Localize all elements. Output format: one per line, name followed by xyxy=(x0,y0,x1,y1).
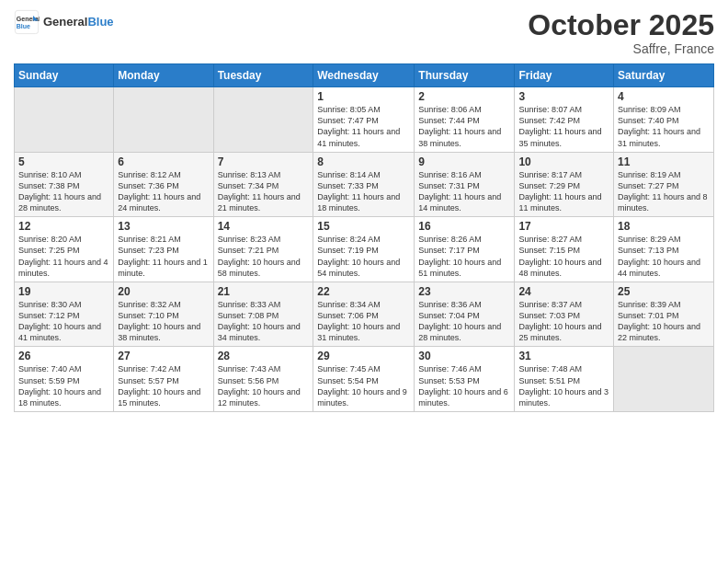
day-number: 15 xyxy=(317,220,410,233)
day-info: Sunrise: 8:33 AMSunset: 7:08 PMDaylight:… xyxy=(218,299,310,344)
day-number: 8 xyxy=(317,155,410,168)
table-cell: 5Sunrise: 8:10 AMSunset: 7:38 PMDaylight… xyxy=(15,152,114,217)
table-cell: 28Sunrise: 7:43 AMSunset: 5:56 PMDayligh… xyxy=(213,347,313,412)
table-cell: 16Sunrise: 8:26 AMSunset: 7:17 PMDayligh… xyxy=(415,217,515,282)
day-number: 27 xyxy=(118,350,209,362)
day-number: 26 xyxy=(18,350,109,362)
table-cell: 20Sunrise: 8:32 AMSunset: 7:10 PMDayligh… xyxy=(114,282,213,347)
day-info: Sunrise: 8:36 AMSunset: 7:04 PMDaylight:… xyxy=(418,299,510,344)
day-info: Sunrise: 8:39 AMSunset: 7:01 PMDaylight:… xyxy=(618,299,710,344)
day-info: Sunrise: 8:19 AMSunset: 7:27 PMDaylight:… xyxy=(618,169,710,214)
logo: General Blue GeneralBlue xyxy=(14,9,114,35)
day-number: 20 xyxy=(118,285,209,298)
day-info: Sunrise: 8:13 AMSunset: 7:34 PMDaylight:… xyxy=(218,169,310,214)
day-number: 6 xyxy=(118,155,209,168)
header-wednesday: Wednesday xyxy=(313,64,415,87)
table-cell: 31Sunrise: 7:48 AMSunset: 5:51 PMDayligh… xyxy=(515,347,614,412)
week-row-1: 1Sunrise: 8:05 AMSunset: 7:47 PMDaylight… xyxy=(15,87,714,153)
day-number: 11 xyxy=(618,155,710,168)
day-info: Sunrise: 8:29 AMSunset: 7:13 PMDaylight:… xyxy=(618,234,710,279)
table-cell: 8Sunrise: 8:14 AMSunset: 7:33 PMDaylight… xyxy=(313,152,415,217)
day-number: 10 xyxy=(518,155,609,168)
day-info: Sunrise: 8:21 AMSunset: 7:23 PMDaylight:… xyxy=(118,234,209,279)
table-cell: 11Sunrise: 8:19 AMSunset: 7:27 PMDayligh… xyxy=(614,152,714,217)
header-thursday: Thursday xyxy=(415,64,515,87)
day-number: 7 xyxy=(218,155,310,168)
day-info: Sunrise: 8:34 AMSunset: 7:06 PMDaylight:… xyxy=(317,299,410,344)
week-row-3: 12Sunrise: 8:20 AMSunset: 7:25 PMDayligh… xyxy=(15,217,714,282)
table-cell: 4Sunrise: 8:09 AMSunset: 7:40 PMDaylight… xyxy=(614,87,714,153)
table-cell: 14Sunrise: 8:23 AMSunset: 7:21 PMDayligh… xyxy=(213,217,313,282)
table-cell: 18Sunrise: 8:29 AMSunset: 7:13 PMDayligh… xyxy=(614,217,714,282)
table-cell: 13Sunrise: 8:21 AMSunset: 7:23 PMDayligh… xyxy=(114,217,213,282)
day-info: Sunrise: 8:17 AMSunset: 7:29 PMDaylight:… xyxy=(518,169,609,214)
week-row-4: 19Sunrise: 8:30 AMSunset: 7:12 PMDayligh… xyxy=(15,282,714,347)
location: Saffre, France xyxy=(528,41,714,56)
table-cell: 30Sunrise: 7:46 AMSunset: 5:53 PMDayligh… xyxy=(415,347,515,412)
day-number: 12 xyxy=(18,220,109,233)
day-number: 31 xyxy=(518,350,609,362)
day-number: 29 xyxy=(317,350,410,362)
table-cell: 24Sunrise: 8:37 AMSunset: 7:03 PMDayligh… xyxy=(515,282,614,347)
svg-rect-0 xyxy=(15,10,38,33)
logo-blue: Blue xyxy=(87,15,113,29)
logo-icon: General Blue xyxy=(14,9,40,35)
table-cell: 19Sunrise: 8:30 AMSunset: 7:12 PMDayligh… xyxy=(15,282,114,347)
day-info: Sunrise: 8:26 AMSunset: 7:17 PMDaylight:… xyxy=(418,234,510,279)
day-number: 13 xyxy=(118,220,209,233)
table-cell xyxy=(213,87,313,153)
day-info: Sunrise: 8:10 AMSunset: 7:38 PMDaylight:… xyxy=(18,169,109,214)
day-info: Sunrise: 8:06 AMSunset: 7:44 PMDaylight:… xyxy=(418,104,510,149)
table-cell: 22Sunrise: 8:34 AMSunset: 7:06 PMDayligh… xyxy=(313,282,415,347)
day-number: 4 xyxy=(618,90,710,103)
day-info: Sunrise: 8:32 AMSunset: 7:10 PMDaylight:… xyxy=(118,299,209,344)
header-saturday: Saturday xyxy=(614,64,714,87)
day-number: 16 xyxy=(418,220,510,233)
calendar: Sunday Monday Tuesday Wednesday Thursday… xyxy=(14,63,714,412)
table-cell xyxy=(614,347,714,412)
day-number: 14 xyxy=(218,220,310,233)
day-info: Sunrise: 7:42 AMSunset: 5:57 PMDaylight:… xyxy=(118,363,209,408)
week-row-5: 26Sunrise: 7:40 AMSunset: 5:59 PMDayligh… xyxy=(15,347,714,412)
table-cell: 3Sunrise: 8:07 AMSunset: 7:42 PMDaylight… xyxy=(515,87,614,153)
table-cell: 7Sunrise: 8:13 AMSunset: 7:34 PMDaylight… xyxy=(213,152,313,217)
day-info: Sunrise: 8:12 AMSunset: 7:36 PMDaylight:… xyxy=(118,169,209,214)
table-cell: 10Sunrise: 8:17 AMSunset: 7:29 PMDayligh… xyxy=(515,152,614,217)
table-cell: 15Sunrise: 8:24 AMSunset: 7:19 PMDayligh… xyxy=(313,217,415,282)
table-cell: 17Sunrise: 8:27 AMSunset: 7:15 PMDayligh… xyxy=(515,217,614,282)
table-cell: 2Sunrise: 8:06 AMSunset: 7:44 PMDaylight… xyxy=(415,87,515,153)
day-info: Sunrise: 8:05 AMSunset: 7:47 PMDaylight:… xyxy=(317,104,410,149)
day-number: 9 xyxy=(418,155,510,168)
day-number: 19 xyxy=(18,285,109,298)
day-info: Sunrise: 7:40 AMSunset: 5:59 PMDaylight:… xyxy=(18,363,109,408)
day-info: Sunrise: 8:20 AMSunset: 7:25 PMDaylight:… xyxy=(18,234,109,279)
day-info: Sunrise: 8:16 AMSunset: 7:31 PMDaylight:… xyxy=(418,169,510,214)
table-cell: 26Sunrise: 7:40 AMSunset: 5:59 PMDayligh… xyxy=(15,347,114,412)
header: General Blue GeneralBlue October 2025 Sa… xyxy=(14,9,714,56)
day-info: Sunrise: 7:46 AMSunset: 5:53 PMDaylight:… xyxy=(418,363,510,408)
day-number: 28 xyxy=(218,350,310,362)
day-number: 2 xyxy=(418,90,510,103)
day-info: Sunrise: 8:30 AMSunset: 7:12 PMDaylight:… xyxy=(18,299,109,344)
day-info: Sunrise: 7:43 AMSunset: 5:56 PMDaylight:… xyxy=(218,363,310,408)
day-info: Sunrise: 8:09 AMSunset: 7:40 PMDaylight:… xyxy=(618,104,710,149)
table-cell: 1Sunrise: 8:05 AMSunset: 7:47 PMDaylight… xyxy=(313,87,415,153)
page: General Blue GeneralBlue October 2025 Sa… xyxy=(0,0,728,563)
table-cell: 12Sunrise: 8:20 AMSunset: 7:25 PMDayligh… xyxy=(15,217,114,282)
day-number: 24 xyxy=(518,285,609,298)
day-info: Sunrise: 8:27 AMSunset: 7:15 PMDaylight:… xyxy=(518,234,609,279)
day-number: 22 xyxy=(317,285,410,298)
header-sunday: Sunday xyxy=(15,64,114,87)
day-info: Sunrise: 8:14 AMSunset: 7:33 PMDaylight:… xyxy=(317,169,410,214)
day-info: Sunrise: 7:48 AMSunset: 5:51 PMDaylight:… xyxy=(518,363,609,408)
day-number: 25 xyxy=(618,285,710,298)
header-friday: Friday xyxy=(515,64,614,87)
table-cell xyxy=(114,87,213,153)
header-tuesday: Tuesday xyxy=(213,64,313,87)
logo-general: General xyxy=(43,15,87,29)
day-number: 21 xyxy=(218,285,310,298)
table-cell: 9Sunrise: 8:16 AMSunset: 7:31 PMDaylight… xyxy=(415,152,515,217)
table-cell: 27Sunrise: 7:42 AMSunset: 5:57 PMDayligh… xyxy=(114,347,213,412)
table-cell: 6Sunrise: 8:12 AMSunset: 7:36 PMDaylight… xyxy=(114,152,213,217)
table-cell: 21Sunrise: 8:33 AMSunset: 7:08 PMDayligh… xyxy=(213,282,313,347)
